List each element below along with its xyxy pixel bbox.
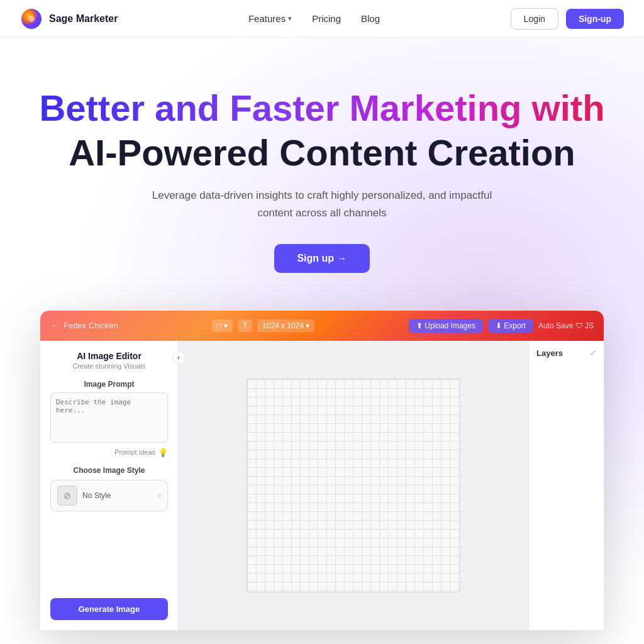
app-right-panel: Layers ⤢ (528, 341, 604, 630)
hero-signup-button[interactable]: Sign up → (274, 244, 369, 273)
generate-image-button[interactable]: Generate Image (50, 598, 168, 620)
brand-logo-icon (20, 8, 43, 30)
hero-content: Better and Faster Marketing with AI-Powe… (20, 88, 624, 273)
features-chevron-icon: ▾ (288, 14, 292, 23)
upload-images-button[interactable]: ⬆ Upload Images (409, 319, 483, 333)
prompt-ideas-label: Prompt ideas (114, 448, 155, 456)
svg-point-2 (28, 16, 35, 22)
image-prompt-textarea[interactable] (50, 392, 168, 443)
window-title-bar: ← Fedex Chicken □ ▾ T 644 x 644 ▾ ⬆ Up… (50, 319, 594, 333)
style-chevron-right-icon: › (158, 491, 161, 500)
layers-header: Layers ⤢ (536, 348, 596, 358)
style-option[interactable]: ⊘ No Style › (50, 480, 168, 511)
auto-save-label: Auto Save 🛡 JS (538, 321, 594, 330)
sidebar-editor-subtitle: Create stunning Visuals (50, 362, 168, 370)
login-button[interactable]: Login (511, 8, 558, 30)
prompt-ideas-row: Prompt ideas 💡 (50, 448, 168, 457)
window-shape-button[interactable]: □ ▾ (212, 319, 233, 332)
window-text-button[interactable]: T (238, 319, 252, 332)
window-page-name: Fedex Chicken (64, 321, 118, 330)
hero-title-line2: AI-Powered Content Creation (20, 131, 624, 175)
app-canvas (179, 341, 528, 630)
expand-panel-icon[interactable]: ⤢ (590, 348, 596, 357)
window-nav-left: ← Fedex Chicken (50, 321, 118, 330)
hero-title-line1: Better and Faster Marketing with (20, 88, 624, 128)
hero-subtitle: Leverage data-driven insights to craft h… (146, 187, 498, 221)
style-name: No Style (82, 491, 111, 500)
app-sidebar: › AI Image Editor Create stunning Visual… (40, 341, 179, 630)
sidebar-bottom: Generate Image (50, 598, 168, 620)
sidebar-toggle-button[interactable]: › (172, 351, 186, 365)
app-body: › AI Image Editor Create stunning Visual… (40, 341, 604, 630)
image-prompt-label: Image Prompt (50, 380, 168, 389)
window-back-button[interactable]: ← (50, 321, 58, 330)
window-size-button[interactable]: 644 x 644 ▾ (257, 319, 314, 332)
hero-section: Better and Faster Marketing with AI-Powe… (0, 38, 644, 644)
bulb-icon: 💡 (158, 448, 168, 457)
navbar-brand: Sage Marketer (20, 8, 118, 30)
style-icon-box: ⊘ (57, 486, 77, 506)
navbar-auth-buttons: Login Sign-up (511, 8, 624, 30)
navbar: Sage Marketer Features ▾ Pricing Blog Lo… (0, 0, 644, 38)
nav-blog-link[interactable]: Blog (361, 13, 380, 24)
nav-features-link[interactable]: Features ▾ (248, 13, 292, 24)
nav-pricing-link[interactable]: Pricing (312, 13, 341, 24)
canvas-grid[interactable] (247, 379, 460, 592)
layers-title: Layers (536, 348, 563, 358)
app-screenshot-wrapper: ← Fedex Chicken □ ▾ T 644 x 644 ▾ ⬆ Up… (20, 311, 624, 630)
window-chrome: ← Fedex Chicken □ ▾ T 644 x 644 ▾ ⬆ Up… (40, 311, 604, 341)
choose-style-label: Choose Image Style (50, 466, 168, 475)
sidebar-editor-title: AI Image Editor (50, 351, 168, 361)
app-screenshot-frame: ← Fedex Chicken □ ▾ T 644 x 644 ▾ ⬆ Up… (40, 311, 604, 630)
window-controls-right: ⬆ Upload Images ⬇ Export Auto Save 🛡 JS (409, 319, 594, 333)
style-option-left: ⊘ No Style (57, 486, 111, 506)
export-button[interactable]: ⬇ Export (488, 319, 533, 333)
signup-button[interactable]: Sign-up (566, 9, 624, 29)
brand-name: Sage Marketer (49, 13, 118, 25)
navbar-center-links: Features ▾ Pricing Blog (248, 13, 380, 24)
window-controls-center: □ ▾ T 644 x 644 ▾ (212, 319, 314, 332)
